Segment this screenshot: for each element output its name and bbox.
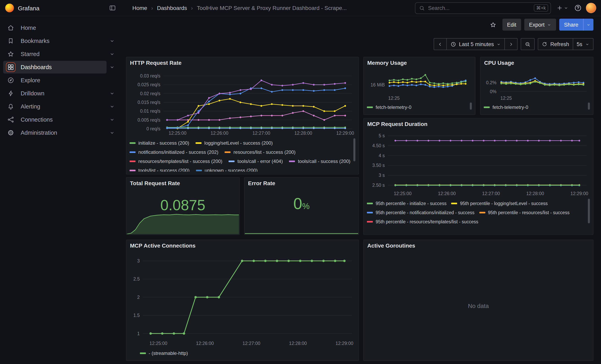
zoom-out-group	[521, 38, 535, 50]
expand-chevron-icon[interactable]	[107, 49, 118, 59]
panel-title[interactable]: CPU Usage	[481, 57, 593, 68]
expand-chevron-icon[interactable]	[107, 127, 118, 138]
dock-menu-button[interactable]	[107, 2, 119, 14]
panel-cpu-usage: CPU Usage 0%0.2%12:25 fetch-telemetry-0	[480, 57, 593, 115]
legend-item[interactable]: 95th percentile - initialize - success	[367, 199, 447, 208]
sidebar-item-alerting[interactable]: Alerting	[3, 100, 118, 113]
connections-legend: - (streamable-http)	[130, 347, 355, 358]
legend-item[interactable]: 95th percentile - notifications/initiali…	[367, 208, 474, 217]
time-back-button[interactable]	[434, 39, 446, 50]
sidebar-item-bookmarks[interactable]: Bookmarks	[3, 35, 118, 47]
panel-title[interactable]: Error Rate	[244, 178, 359, 189]
sidebar-item-dashboards[interactable]: Dashboards	[3, 61, 118, 74]
grafana-app: Grafana Home › Dashboards › ToolHive MCP…	[0, 0, 601, 364]
svg-text:3: 3	[137, 258, 140, 264]
time-controls: Last 5 minutes Refresh 5s	[433, 38, 593, 50]
svg-text:2: 2	[137, 295, 140, 300]
time-range-picker[interactable]: Last 5 minutes	[446, 39, 505, 50]
refresh-interval-picker[interactable]: 5s	[572, 39, 593, 50]
no-data-message: No data	[364, 251, 593, 360]
add-button[interactable]	[555, 2, 570, 14]
expand-chevron-icon[interactable]	[107, 62, 118, 73]
legend-item[interactable]: fetch-telemetry-0	[484, 103, 528, 112]
avatar[interactable]	[586, 3, 596, 13]
edit-button[interactable]: Edit	[502, 19, 521, 31]
sidebar-item-home[interactable]: Home	[3, 21, 118, 34]
top-nav-left: Grafana	[0, 2, 119, 14]
breadcrumb-home[interactable]: Home	[132, 5, 147, 11]
legend-color-bar	[140, 352, 146, 354]
panel-title[interactable]: Total Request Rate	[126, 178, 239, 189]
legend-color-bar	[225, 151, 231, 153]
zoom-out-button[interactable]	[521, 39, 534, 50]
panel-title[interactable]: MCP Active Connections	[126, 240, 359, 251]
sidebar-item-starred[interactable]: Starred	[3, 48, 118, 60]
breadcrumb-separator: ›	[151, 5, 153, 11]
star-icon	[490, 21, 496, 28]
legend-item[interactable]: 95th percentile - resources/list - succe…	[479, 208, 569, 217]
share-menu-caret[interactable]	[583, 19, 593, 31]
legend-item[interactable]: - (streamable-http)	[140, 348, 188, 358]
sidebar-item-explore[interactable]: Explore	[3, 74, 118, 87]
cpu-usage-chart[interactable]: 0%0.2%12:25	[484, 68, 590, 102]
svg-text:0.03 req/s: 0.03 req/s	[140, 73, 160, 79]
legend-color-bar	[479, 212, 485, 213]
legend-item[interactable]: tools/call - success (200)	[289, 157, 351, 166]
panel-http-request-rate: HTTP Request Rate 0 req/s0.005 req/s0.01…	[126, 57, 359, 175]
legend-scrollbar[interactable]	[588, 199, 590, 223]
export-button[interactable]: Export	[524, 19, 556, 31]
sidebar-item-connections[interactable]: Connections	[3, 113, 118, 126]
legend-scrollbar[interactable]	[588, 103, 590, 110]
help-button[interactable]	[572, 2, 583, 14]
memory-usage-chart[interactable]: 16 MiB12:25	[367, 68, 472, 102]
svg-text:16 MiB: 16 MiB	[371, 82, 385, 88]
panel-mcp-request-duration: MCP Request Duration 2.50 s3 s3.50 s4 s4…	[363, 118, 593, 235]
panel-title[interactable]: Active Goroutines	[364, 240, 593, 251]
svg-text:12:29:00: 12:29:00	[336, 130, 354, 136]
share-button[interactable]: Share	[559, 19, 593, 31]
http-request-rate-chart[interactable]: 0 req/s0.005 req/s0.01 req/s0.015 req/s0…	[130, 68, 355, 137]
svg-text:12:28:00: 12:28:00	[294, 130, 312, 136]
legend-scrollbar[interactable]	[353, 138, 355, 161]
search-input[interactable]: Search... ⌘+k	[415, 2, 551, 14]
legend-item[interactable]: tools/call - error (404)	[229, 157, 283, 166]
svg-text:0.01 req/s: 0.01 req/s	[140, 108, 160, 114]
expand-chevron-icon[interactable]	[107, 35, 118, 47]
chevron-down-icon	[564, 6, 568, 10]
time-forward-button[interactable]	[505, 39, 517, 50]
expand-chevron-icon[interactable]	[107, 114, 118, 125]
legend-item[interactable]: 95th percentile - logging/setLevel - suc…	[451, 199, 548, 208]
favorite-star-button[interactable]	[487, 19, 499, 31]
legend-item[interactable]: notifications/initialized - success (202…	[130, 148, 218, 157]
legend-item[interactable]: tools/list - success (200)	[130, 166, 190, 172]
panel-total-request-rate: Total Request Rate 0.0875	[126, 177, 240, 235]
legend-item[interactable]: resources/templates/list - success (200)	[130, 157, 222, 166]
legend-item[interactable]: fetch-telemetry-0	[367, 103, 411, 112]
chevron-down-icon	[497, 42, 501, 46]
breadcrumb-dashboards[interactable]: Dashboards	[157, 5, 187, 11]
panel-title[interactable]: HTTP Request Rate	[126, 57, 359, 68]
mcp-active-connections-chart[interactable]: 11.522.5312:25:0012:26:0012:27:0012:28:0…	[130, 251, 355, 347]
legend-item[interactable]: logging/setLevel - success (200)	[196, 138, 273, 148]
legend-item[interactable]: 95th percentile - resources/templates/li…	[367, 217, 478, 226]
refresh-button[interactable]: Refresh	[538, 39, 573, 50]
legend-color-bar	[367, 212, 373, 213]
sidebar-item-drilldown[interactable]: Drilldown	[3, 87, 118, 100]
legend-item[interactable]: resources/list - success (200)	[225, 148, 296, 157]
panel-title[interactable]: Memory Usage	[364, 57, 475, 68]
expand-chevron-icon[interactable]	[107, 101, 118, 112]
clock-icon	[450, 41, 456, 47]
legend-item[interactable]: unknown - success (200)	[196, 166, 258, 172]
panel-title[interactable]: MCP Request Duration	[364, 118, 593, 129]
legend-color-bar	[130, 151, 136, 153]
total-request-rate-sparkline	[127, 210, 239, 234]
legend-item[interactable]: initialize - success (200)	[130, 138, 189, 148]
legend-scrollbar[interactable]	[470, 103, 472, 110]
expand-chevron-icon[interactable]	[107, 88, 118, 99]
sidebar-item-administration[interactable]: Administration	[3, 126, 118, 139]
grafana-logo[interactable]	[5, 4, 14, 12]
memory-legend: fetch-telemetry-0	[367, 102, 472, 112]
mcp-request-duration-chart[interactable]: 2.50 s3 s3.50 s4 s4.50 s5 s12:25:0012:26…	[367, 129, 590, 197]
panel-memory-usage: Memory Usage 16 MiB12:25 fetch-telemetry…	[363, 57, 475, 115]
legend-color-bar	[367, 106, 373, 108]
